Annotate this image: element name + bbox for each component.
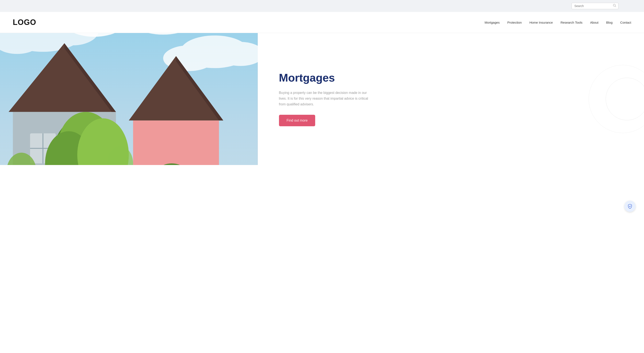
hero-title: Mortgages [279, 72, 368, 84]
nav-research-tools[interactable]: Research Tools [560, 21, 582, 24]
search-wrapper [572, 3, 618, 9]
hero-content-panel: Mortgages Buying a property can be the b… [258, 33, 644, 165]
logo: LOGO [13, 18, 36, 27]
nav-about[interactable]: About [590, 21, 598, 24]
nav: Mortgages Protection Home Insurance Rese… [484, 21, 631, 24]
nav-contact[interactable]: Contact [620, 21, 631, 24]
nav-protection[interactable]: Protection [507, 21, 522, 24]
main-content: Mortgages Buying a property can be the b… [0, 33, 644, 165]
decorative-circle-1 [606, 78, 644, 120]
hero-image-panel [0, 33, 258, 165]
nav-mortgages[interactable]: Mortgages [484, 21, 500, 24]
find-out-more-button[interactable]: Find out more [279, 115, 316, 126]
header: LOGO Mortgages Protection Home Insurance… [0, 12, 644, 33]
svg-rect-21 [133, 120, 219, 165]
top-bar [0, 0, 644, 12]
hero-description: Buying a property can be the biggest dec… [279, 90, 368, 107]
hero-text-block: Mortgages Buying a property can be the b… [279, 72, 368, 126]
nav-blog[interactable]: Blog [606, 21, 612, 24]
search-input[interactable] [572, 3, 618, 9]
decorative-circle-2 [589, 65, 644, 133]
nav-home-insurance[interactable]: Home Insurance [530, 21, 553, 24]
